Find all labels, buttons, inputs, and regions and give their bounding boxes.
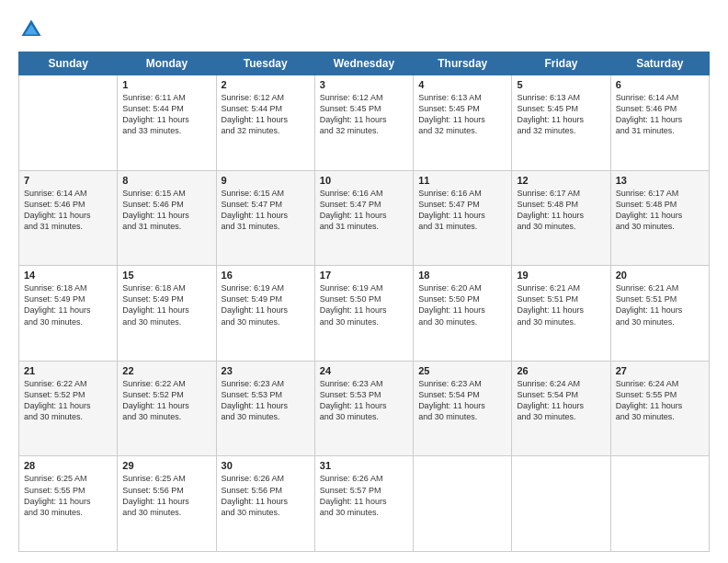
calendar-cell: 18Sunrise: 6:20 AM Sunset: 5:50 PM Dayli… xyxy=(414,266,512,362)
day-info: Sunrise: 6:19 AM Sunset: 5:50 PM Dayligh… xyxy=(320,282,408,327)
day-number: 13 xyxy=(616,175,704,186)
calendar-cell xyxy=(512,456,610,552)
day-number: 18 xyxy=(418,270,506,281)
calendar-cell: 31Sunrise: 6:26 AM Sunset: 5:57 PM Dayli… xyxy=(314,456,413,552)
day-info: Sunrise: 6:12 AM Sunset: 5:45 PM Dayligh… xyxy=(320,92,408,137)
day-info: Sunrise: 6:24 AM Sunset: 5:55 PM Dayligh… xyxy=(616,378,704,423)
calendar-cell: 2Sunrise: 6:12 AM Sunset: 5:44 PM Daylig… xyxy=(216,75,314,171)
calendar-cell xyxy=(19,75,118,171)
day-number: 24 xyxy=(320,365,408,376)
calendar-cell: 22Sunrise: 6:22 AM Sunset: 5:52 PM Dayli… xyxy=(118,361,216,456)
day-info: Sunrise: 6:14 AM Sunset: 5:46 PM Dayligh… xyxy=(616,92,704,137)
day-number: 19 xyxy=(517,270,605,281)
day-info: Sunrise: 6:15 AM Sunset: 5:46 PM Dayligh… xyxy=(122,188,210,233)
day-info: Sunrise: 6:23 AM Sunset: 5:53 PM Dayligh… xyxy=(320,378,408,423)
day-number: 30 xyxy=(222,460,310,471)
day-info: Sunrise: 6:22 AM Sunset: 5:52 PM Dayligh… xyxy=(122,378,210,423)
day-info: Sunrise: 6:18 AM Sunset: 5:49 PM Dayligh… xyxy=(122,282,210,327)
day-info: Sunrise: 6:26 AM Sunset: 5:57 PM Dayligh… xyxy=(320,473,408,518)
calendar-cell: 1Sunrise: 6:11 AM Sunset: 5:44 PM Daylig… xyxy=(118,75,216,171)
day-info: Sunrise: 6:17 AM Sunset: 5:48 PM Dayligh… xyxy=(517,188,605,233)
day-header-friday: Friday xyxy=(512,52,610,75)
day-info: Sunrise: 6:15 AM Sunset: 5:47 PM Dayligh… xyxy=(222,188,310,233)
day-number: 20 xyxy=(616,270,704,281)
day-number: 8 xyxy=(122,175,210,186)
day-info: Sunrise: 6:21 AM Sunset: 5:51 PM Dayligh… xyxy=(517,282,605,327)
calendar-cell: 26Sunrise: 6:24 AM Sunset: 5:54 PM Dayli… xyxy=(512,361,610,456)
logo-icon xyxy=(18,17,44,42)
day-info: Sunrise: 6:16 AM Sunset: 5:47 PM Dayligh… xyxy=(418,188,506,233)
day-number: 17 xyxy=(320,270,408,281)
day-number: 28 xyxy=(24,460,112,471)
day-header-thursday: Thursday xyxy=(414,52,512,75)
day-number: 5 xyxy=(517,79,605,90)
day-info: Sunrise: 6:26 AM Sunset: 5:56 PM Dayligh… xyxy=(222,473,310,518)
calendar-cell: 14Sunrise: 6:18 AM Sunset: 5:49 PM Dayli… xyxy=(19,266,118,362)
page: SundayMondayTuesdayWednesdayThursdayFrid… xyxy=(0,0,728,563)
day-number: 31 xyxy=(320,460,408,471)
day-header-tuesday: Tuesday xyxy=(216,52,314,75)
day-info: Sunrise: 6:11 AM Sunset: 5:44 PM Dayligh… xyxy=(122,92,210,137)
calendar-cell: 28Sunrise: 6:25 AM Sunset: 5:55 PM Dayli… xyxy=(19,456,118,552)
calendar-cell: 16Sunrise: 6:19 AM Sunset: 5:49 PM Dayli… xyxy=(216,266,314,362)
day-number: 12 xyxy=(517,175,605,186)
day-number: 11 xyxy=(418,175,506,186)
day-header-monday: Monday xyxy=(118,52,216,75)
day-number: 4 xyxy=(418,79,506,90)
header xyxy=(18,17,710,42)
day-header-wednesday: Wednesday xyxy=(314,52,413,75)
calendar-cell: 11Sunrise: 6:16 AM Sunset: 5:47 PM Dayli… xyxy=(414,170,512,266)
calendar-cell: 27Sunrise: 6:24 AM Sunset: 5:55 PM Dayli… xyxy=(610,361,709,456)
calendar-cell: 4Sunrise: 6:13 AM Sunset: 5:45 PM Daylig… xyxy=(414,75,512,171)
day-number: 1 xyxy=(122,79,210,90)
day-info: Sunrise: 6:13 AM Sunset: 5:45 PM Dayligh… xyxy=(418,92,506,137)
day-number: 22 xyxy=(122,365,210,376)
day-number: 10 xyxy=(320,175,408,186)
calendar-cell: 5Sunrise: 6:13 AM Sunset: 5:45 PM Daylig… xyxy=(512,75,610,171)
calendar-cell: 17Sunrise: 6:19 AM Sunset: 5:50 PM Dayli… xyxy=(314,266,413,362)
day-number: 27 xyxy=(616,365,704,376)
day-number: 3 xyxy=(320,79,408,90)
day-info: Sunrise: 6:20 AM Sunset: 5:50 PM Dayligh… xyxy=(418,282,506,327)
calendar-table: SundayMondayTuesdayWednesdayThursdayFrid… xyxy=(18,52,710,552)
day-info: Sunrise: 6:22 AM Sunset: 5:52 PM Dayligh… xyxy=(24,378,112,423)
day-info: Sunrise: 6:25 AM Sunset: 5:56 PM Dayligh… xyxy=(122,473,210,518)
day-number: 26 xyxy=(517,365,605,376)
calendar-cell: 10Sunrise: 6:16 AM Sunset: 5:47 PM Dayli… xyxy=(314,170,413,266)
day-info: Sunrise: 6:16 AM Sunset: 5:47 PM Dayligh… xyxy=(320,188,408,233)
day-info: Sunrise: 6:23 AM Sunset: 5:54 PM Dayligh… xyxy=(418,378,506,423)
day-info: Sunrise: 6:13 AM Sunset: 5:45 PM Dayligh… xyxy=(517,92,605,137)
calendar-cell: 19Sunrise: 6:21 AM Sunset: 5:51 PM Dayli… xyxy=(512,266,610,362)
day-number: 25 xyxy=(418,365,506,376)
calendar-cell: 24Sunrise: 6:23 AM Sunset: 5:53 PM Dayli… xyxy=(314,361,413,456)
day-number: 14 xyxy=(24,270,112,281)
day-info: Sunrise: 6:14 AM Sunset: 5:46 PM Dayligh… xyxy=(24,188,112,233)
day-number: 6 xyxy=(616,79,704,90)
day-header-sunday: Sunday xyxy=(19,52,118,75)
day-info: Sunrise: 6:17 AM Sunset: 5:48 PM Dayligh… xyxy=(616,188,704,233)
calendar-cell: 7Sunrise: 6:14 AM Sunset: 5:46 PM Daylig… xyxy=(19,170,118,266)
day-header-saturday: Saturday xyxy=(610,52,709,75)
day-info: Sunrise: 6:24 AM Sunset: 5:54 PM Dayligh… xyxy=(517,378,605,423)
calendar-cell: 25Sunrise: 6:23 AM Sunset: 5:54 PM Dayli… xyxy=(414,361,512,456)
day-info: Sunrise: 6:19 AM Sunset: 5:49 PM Dayligh… xyxy=(222,282,310,327)
calendar-cell: 3Sunrise: 6:12 AM Sunset: 5:45 PM Daylig… xyxy=(314,75,413,171)
day-number: 2 xyxy=(222,79,310,90)
calendar-cell: 29Sunrise: 6:25 AM Sunset: 5:56 PM Dayli… xyxy=(118,456,216,552)
calendar-cell: 20Sunrise: 6:21 AM Sunset: 5:51 PM Dayli… xyxy=(610,266,709,362)
calendar-cell: 12Sunrise: 6:17 AM Sunset: 5:48 PM Dayli… xyxy=(512,170,610,266)
day-number: 21 xyxy=(24,365,112,376)
calendar-cell xyxy=(610,456,709,552)
calendar-cell: 9Sunrise: 6:15 AM Sunset: 5:47 PM Daylig… xyxy=(216,170,314,266)
day-number: 9 xyxy=(222,175,310,186)
calendar-cell: 13Sunrise: 6:17 AM Sunset: 5:48 PM Dayli… xyxy=(610,170,709,266)
day-number: 16 xyxy=(222,270,310,281)
day-number: 23 xyxy=(222,365,310,376)
logo xyxy=(18,17,46,42)
day-info: Sunrise: 6:21 AM Sunset: 5:51 PM Dayligh… xyxy=(616,282,704,327)
calendar-cell: 23Sunrise: 6:23 AM Sunset: 5:53 PM Dayli… xyxy=(216,361,314,456)
calendar-cell: 21Sunrise: 6:22 AM Sunset: 5:52 PM Dayli… xyxy=(19,361,118,456)
day-number: 7 xyxy=(24,175,112,186)
day-number: 15 xyxy=(122,270,210,281)
day-info: Sunrise: 6:12 AM Sunset: 5:44 PM Dayligh… xyxy=(222,92,310,137)
